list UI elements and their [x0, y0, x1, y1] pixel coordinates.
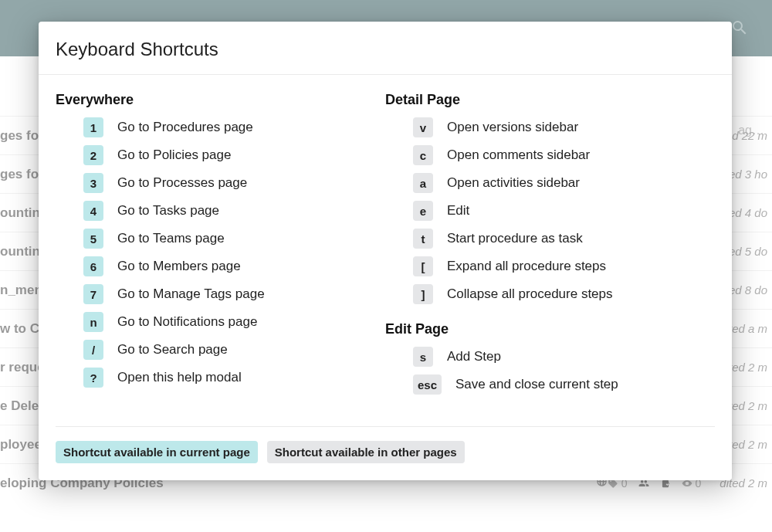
shortcut-description: Expand all procedure steps — [447, 259, 606, 274]
shortcut-item: nGo to Notifications page — [83, 310, 385, 334]
shortcut-key: ? — [83, 368, 103, 388]
shortcut-item: [Expand all procedure steps — [413, 255, 715, 278]
legend-inactive: Shortcut available in other pages — [267, 441, 465, 463]
section-heading-everywhere: Everywhere — [56, 92, 385, 108]
shortcut-item: escSave and close current step — [413, 373, 715, 396]
shortcut-item: 1Go to Procedures page — [83, 116, 385, 139]
shortcut-description: Go to Procedures page — [117, 120, 253, 135]
shortcut-key: s — [413, 347, 433, 367]
shortcut-item: 5Go to Teams page — [83, 227, 385, 250]
shortcut-item: cOpen comments sidebar — [413, 144, 715, 167]
shortcut-item: 7Go to Manage Tags page — [83, 283, 385, 306]
shortcut-description: Save and close current step — [455, 377, 618, 392]
shortcut-item: 3Go to Processes page — [83, 171, 385, 195]
shortcut-key: 7 — [83, 284, 103, 304]
shortcut-key: v — [413, 117, 433, 137]
shortcut-description: Open comments sidebar — [447, 147, 590, 163]
shortcut-key: c — [413, 145, 433, 165]
shortcut-key: [ — [413, 256, 433, 276]
shortcut-item: 4Go to Tasks page — [83, 199, 385, 222]
shortcut-key: a — [413, 173, 433, 193]
shortcut-description: Go to Manage Tags page — [117, 286, 265, 302]
shortcuts-col-left: Everywhere 1Go to Procedures page2Go to … — [56, 92, 385, 415]
shortcut-list-everywhere: 1Go to Procedures page2Go to Policies pa… — [56, 116, 385, 389]
shortcut-description: Add Step — [447, 349, 501, 364]
shortcut-description: Go to Search page — [117, 342, 228, 357]
shortcut-item: /Go to Search page — [83, 338, 385, 361]
shortcut-key: 4 — [83, 201, 103, 221]
shortcut-description: Go to Members page — [117, 259, 241, 274]
modal-legend: Shortcut available in current page Short… — [56, 426, 715, 480]
shortcut-list-edit: sAdd StepescSave and close current step — [385, 345, 715, 396]
shortcut-description: Open versions sidebar — [447, 120, 578, 135]
shortcuts-col-right: Detail Page vOpen versions sidebarcOpen … — [385, 92, 715, 415]
shortcut-key: n — [83, 312, 103, 332]
shortcut-description: Go to Policies page — [117, 147, 231, 163]
shortcut-list-detail: vOpen versions sidebarcOpen comments sid… — [385, 116, 715, 306]
shortcut-item: aOpen activities sidebar — [413, 171, 715, 195]
shortcut-key: 1 — [83, 117, 103, 137]
shortcut-item: vOpen versions sidebar — [413, 116, 715, 139]
shortcut-description: Go to Teams page — [117, 231, 225, 246]
shortcut-item: 6Go to Members page — [83, 255, 385, 278]
shortcut-item: sAdd Step — [413, 345, 715, 368]
section-heading-detail: Detail Page — [385, 92, 715, 108]
modal-body: Everywhere 1Go to Procedures page2Go to … — [39, 75, 732, 422]
shortcut-description: Edit — [447, 203, 469, 219]
shortcut-description: Open activities sidebar — [447, 175, 580, 191]
legend-active: Shortcut available in current page — [56, 441, 258, 463]
shortcut-description: Go to Tasks page — [117, 203, 219, 219]
modal-title: Keyboard Shortcuts — [39, 22, 732, 75]
shortcut-key: ] — [413, 284, 433, 304]
shortcut-description: Go to Notifications page — [117, 314, 257, 330]
shortcut-key: t — [413, 229, 433, 249]
shortcut-description: Open this help modal — [117, 370, 242, 385]
shortcut-key: / — [83, 340, 103, 360]
shortcut-item: ]Collapse all procedure steps — [413, 283, 715, 306]
section-heading-edit: Edit Page — [385, 321, 715, 337]
shortcut-key: 5 — [83, 229, 103, 249]
shortcut-key: e — [413, 201, 433, 221]
shortcut-item: tStart procedure as task — [413, 227, 715, 250]
shortcut-key: esc — [413, 374, 442, 395]
shortcut-key: 6 — [83, 256, 103, 276]
shortcut-description: Start procedure as task — [447, 231, 583, 246]
shortcut-key: 3 — [83, 173, 103, 193]
shortcut-description: Collapse all procedure steps — [447, 286, 613, 302]
shortcut-item: ?Open this help modal — [83, 366, 385, 389]
shortcut-item: eEdit — [413, 199, 715, 222]
shortcut-description: Go to Processes page — [117, 175, 247, 191]
keyboard-shortcuts-modal: Keyboard Shortcuts Everywhere 1Go to Pro… — [39, 22, 732, 480]
shortcut-item: 2Go to Policies page — [83, 144, 385, 167]
shortcut-key: 2 — [83, 145, 103, 165]
